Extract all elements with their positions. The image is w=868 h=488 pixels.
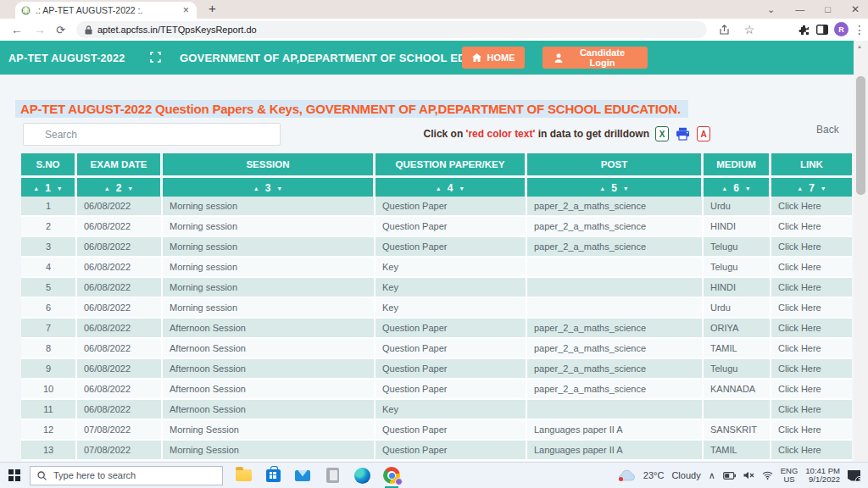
link-click-here[interactable]: Click Here	[771, 441, 852, 461]
sort-asc-icon[interactable]: ▲	[721, 186, 727, 191]
browser-menu-kebab-icon[interactable]: ⋮	[853, 23, 866, 36]
sort-desc-icon[interactable]: ▼	[57, 186, 63, 191]
print-icon[interactable]	[675, 126, 691, 141]
link-click-here[interactable]: Click Here	[771, 217, 852, 237]
tab-title: .: AP-TET AUGUST-2022 :.	[36, 5, 181, 15]
battery-icon[interactable]	[723, 472, 736, 480]
link-click-here[interactable]: Click Here	[771, 400, 852, 420]
lock-icon	[85, 25, 92, 35]
address-bar[interactable]: aptet.apcfss.in/TETQpsKeysReport.do	[76, 21, 707, 38]
sort-desc-icon[interactable]: ▼	[745, 186, 751, 191]
browser-back-button[interactable]: ←	[11, 19, 23, 41]
edge-icon[interactable]	[353, 467, 370, 484]
sort-asc-icon[interactable]: ▲	[599, 186, 605, 191]
home-icon	[472, 53, 481, 62]
sort-control[interactable]: ▲1▼	[21, 175, 77, 197]
cell-medium: KANNADA	[704, 380, 771, 400]
windows-taskbar: 23°C Cloudy ∧ ENGUS 10:41 PM9/1/2022 2	[0, 462, 868, 488]
file-explorer-icon[interactable]	[235, 467, 252, 484]
sort-control[interactable]: ▲2▼	[77, 175, 163, 197]
cell-exam-date: 07/08/2022	[77, 441, 163, 461]
tray-chevron-icon[interactable]: ∧	[709, 470, 715, 481]
volume-muted-icon[interactable]	[743, 471, 754, 480]
link-click-here[interactable]: Click Here	[771, 278, 852, 298]
sort-desc-icon[interactable]: ▼	[127, 186, 133, 191]
sort-asc-icon[interactable]: ▲	[253, 186, 259, 191]
sort-desc-icon[interactable]: ▼	[459, 186, 465, 191]
mail-icon[interactable]	[294, 467, 311, 484]
column-header: EXAM DATE	[77, 153, 163, 175]
window-maximize-button[interactable]: □	[825, 5, 831, 14]
wifi-icon[interactable]	[762, 471, 773, 480]
export-pdf-icon[interactable]: A	[697, 126, 710, 141]
notes-app-icon[interactable]	[324, 467, 341, 484]
sort-asc-icon[interactable]: ▲	[104, 186, 110, 191]
table-sort-row: ▲1▼▲2▼▲3▼▲4▼▲5▼▲6▼▲7▼	[21, 175, 852, 197]
microsoft-store-icon[interactable]	[264, 467, 281, 484]
tab-close-icon[interactable]: ×	[181, 5, 191, 16]
sort-control[interactable]: ▲7▼	[771, 175, 852, 197]
browser-tab[interactable]: .: AP-TET AUGUST-2022 :. ×	[15, 2, 197, 19]
window-chevron-icon[interactable]: ⌄	[767, 5, 775, 14]
scrollbar-thumb[interactable]	[856, 76, 865, 195]
scrollbar-up-icon[interactable]: ▲	[857, 44, 862, 49]
new-tab-button[interactable]: +	[209, 1, 216, 15]
weather-temp: 23°C	[643, 470, 665, 480]
sort-asc-icon[interactable]: ▲	[33, 186, 39, 191]
cell-sno: 7	[21, 319, 77, 339]
clock[interactable]: 10:41 PM9/1/2022	[805, 467, 840, 485]
link-click-here[interactable]: Click Here	[771, 339, 852, 359]
results-table: S.NOEXAM DATESESSIONQUESTION PAPER/KEYPO…	[21, 153, 852, 461]
drilldown-prefix: Click on	[424, 128, 466, 140]
sort-control[interactable]: ▲6▼	[704, 175, 771, 197]
sort-asc-icon[interactable]: ▲	[436, 186, 442, 191]
candidate-login-button[interactable]: Candidate Login	[542, 47, 648, 69]
home-button[interactable]: HOME	[462, 47, 525, 69]
sort-asc-icon[interactable]: ▲	[797, 186, 803, 191]
fullscreen-icon[interactable]	[150, 52, 161, 63]
link-click-here[interactable]: Click Here	[771, 359, 852, 380]
link-click-here[interactable]: Click Here	[771, 298, 852, 319]
cell-medium: Urdu	[704, 197, 771, 217]
weather-icon[interactable]	[619, 469, 636, 481]
chrome-icon[interactable]	[383, 467, 400, 484]
link-click-here[interactable]: Click Here	[771, 197, 852, 217]
sort-control[interactable]: ▲3▼	[163, 175, 376, 197]
site-header: AP-TET AUGUST-2022 GOVERNMENT OF AP,DEPA…	[0, 41, 854, 75]
back-link[interactable]: Back	[816, 124, 839, 136]
sort-column-number: 1	[45, 182, 51, 194]
link-click-here[interactable]: Click Here	[771, 319, 852, 339]
browser-reload-button[interactable]: ⟳	[56, 19, 65, 41]
table-row: 1106/08/2022Afternoon SessionKeyClick He…	[21, 400, 852, 420]
window-close-button[interactable]: ✕	[851, 4, 860, 14]
window-minimize-button[interactable]: —	[795, 5, 804, 14]
page-scrollbar[interactable]: ▲	[854, 41, 868, 462]
taskbar-search-input[interactable]	[53, 470, 215, 480]
cell-qp-key: Question Paper	[376, 339, 527, 359]
extensions-puzzle-icon[interactable]	[797, 23, 810, 36]
profile-avatar[interactable]: R	[834, 22, 849, 36]
sort-column-number: 6	[733, 182, 739, 194]
share-icon[interactable]	[717, 23, 731, 36]
sort-control[interactable]: ▲5▼	[527, 175, 704, 197]
language-indicator[interactable]: ENGUS	[781, 467, 798, 485]
cell-sno: 8	[21, 339, 77, 359]
sort-desc-icon[interactable]: ▼	[623, 186, 629, 191]
bookmark-star-icon[interactable]: ☆	[743, 23, 756, 36]
export-excel-icon[interactable]: X	[655, 126, 669, 141]
link-click-here[interactable]: Click Here	[771, 420, 852, 441]
cell-post: paper_2_a_maths_science	[527, 217, 704, 237]
action-center-icon[interactable]: 2	[848, 470, 860, 481]
sort-control[interactable]: ▲4▼	[376, 175, 527, 197]
sort-desc-icon[interactable]: ▼	[821, 186, 826, 191]
side-panel-icon[interactable]	[815, 23, 829, 36]
link-click-here[interactable]: Click Here	[771, 380, 852, 400]
cell-exam-date: 06/08/2022	[77, 278, 163, 298]
cell-post: paper_2_a_maths_science	[527, 319, 704, 339]
start-button[interactable]	[8, 469, 20, 481]
sort-desc-icon[interactable]: ▼	[276, 186, 282, 191]
link-click-here[interactable]: Click Here	[771, 237, 852, 258]
taskbar-search[interactable]	[30, 466, 223, 485]
link-click-here[interactable]: Click Here	[771, 258, 852, 278]
browser-forward-button[interactable]: →	[34, 19, 46, 41]
